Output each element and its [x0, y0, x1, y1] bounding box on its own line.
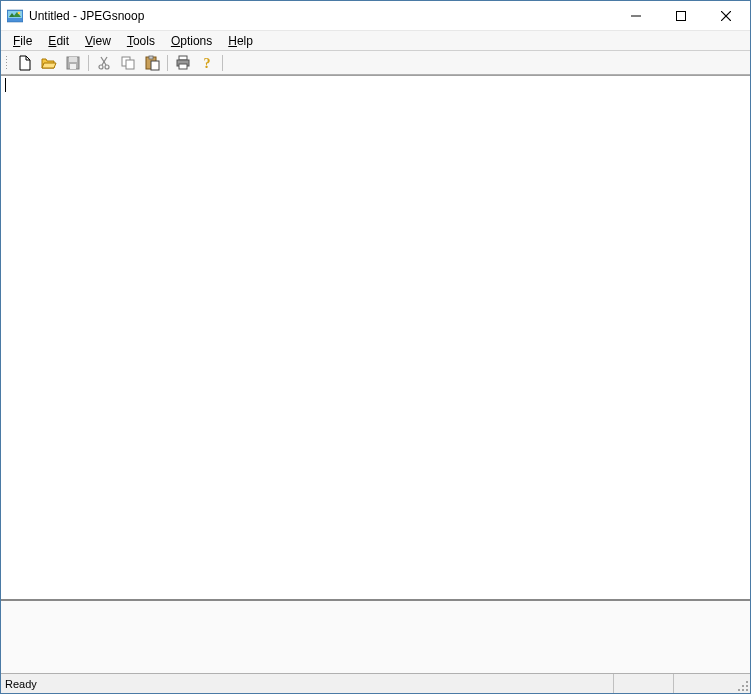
cut-button[interactable]: [93, 53, 115, 73]
svg-point-28: [738, 689, 740, 691]
copy-button[interactable]: [117, 53, 139, 73]
print-button[interactable]: [172, 53, 194, 73]
minimize-button[interactable]: [613, 2, 658, 30]
svg-point-26: [742, 685, 744, 687]
output-text-area[interactable]: [1, 76, 750, 599]
menu-tools[interactable]: Tools: [119, 32, 163, 50]
svg-point-29: [742, 689, 744, 691]
toolbar: ?: [1, 51, 750, 75]
resize-grip-icon[interactable]: [733, 676, 749, 692]
menu-help[interactable]: Help: [220, 32, 261, 50]
menu-file[interactable]: File: [5, 32, 40, 50]
text-cursor: [5, 78, 6, 92]
status-cell: [673, 674, 733, 693]
toolbar-grip[interactable]: [5, 55, 8, 71]
menubar: File Edit View Tools Options Help: [1, 31, 750, 51]
open-button[interactable]: [38, 53, 60, 73]
svg-rect-17: [126, 60, 134, 69]
svg-rect-20: [151, 61, 159, 70]
svg-text:?: ?: [204, 56, 211, 71]
svg-rect-11: [70, 64, 76, 69]
menu-options[interactable]: Options: [163, 32, 220, 50]
toolbar-separator: [167, 55, 168, 71]
status-text: Ready: [1, 678, 613, 690]
save-button[interactable]: [62, 53, 84, 73]
svg-rect-6: [676, 11, 685, 20]
content-wrapper: [1, 75, 750, 673]
svg-point-30: [746, 689, 748, 691]
help-button[interactable]: ?: [196, 53, 218, 73]
maximize-button[interactable]: [658, 2, 703, 30]
toolbar-separator: [222, 55, 223, 71]
toolbar-separator: [88, 55, 89, 71]
menu-view[interactable]: View: [77, 32, 119, 50]
close-button[interactable]: [703, 2, 748, 30]
new-button[interactable]: [14, 53, 36, 73]
window-controls: [613, 2, 748, 30]
svg-point-27: [746, 685, 748, 687]
lower-panel[interactable]: [1, 599, 750, 673]
status-cell: [613, 674, 673, 693]
svg-point-4: [18, 11, 21, 14]
app-icon: [7, 8, 23, 24]
svg-point-25: [746, 681, 748, 683]
window-title: Untitled - JPEGsnoop: [29, 9, 613, 23]
svg-rect-10: [69, 57, 77, 62]
menu-edit[interactable]: Edit: [40, 32, 77, 50]
svg-point-14: [99, 65, 103, 69]
svg-rect-19: [149, 56, 153, 59]
svg-rect-21: [179, 56, 187, 60]
statusbar: Ready: [1, 673, 750, 693]
titlebar: Untitled - JPEGsnoop: [1, 1, 750, 31]
svg-rect-23: [179, 64, 187, 69]
svg-point-15: [105, 65, 109, 69]
paste-button[interactable]: [141, 53, 163, 73]
